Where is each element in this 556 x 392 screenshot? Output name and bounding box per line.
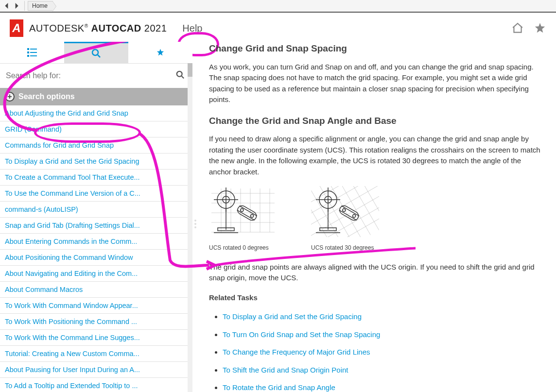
section-paragraph-3: The grid and snap points are always alig… bbox=[209, 262, 545, 284]
expand-icon: + bbox=[5, 92, 15, 102]
section-heading-1: Change Grid and Snap Spacing bbox=[209, 42, 545, 56]
svg-line-58 bbox=[339, 210, 357, 220]
tab-contents[interactable] bbox=[0, 42, 64, 63]
autodesk-logo: A bbox=[10, 19, 23, 37]
result-item[interactable]: To Display a Grid and Set the Grid Spaci… bbox=[0, 153, 192, 170]
sidebar: + Search options About Adjusting the Gri… bbox=[0, 42, 192, 392]
search-go-icon[interactable] bbox=[176, 70, 185, 82]
sidebar-scroll-thumb[interactable] bbox=[188, 63, 192, 77]
result-item[interactable]: About Positioning the Command Window bbox=[0, 250, 192, 266]
result-item[interactable]: GRID (Command) bbox=[0, 121, 192, 137]
svg-line-7 bbox=[98, 55, 100, 57]
section-paragraph-1: As you work, you can turn Grid and Snap … bbox=[209, 62, 545, 105]
star-icon[interactable] bbox=[534, 22, 546, 34]
search-options-label: Search options bbox=[18, 92, 75, 101]
svg-line-43 bbox=[311, 186, 379, 228]
help-tab[interactable]: Help bbox=[174, 20, 211, 37]
search-row bbox=[0, 64, 192, 88]
related-link[interactable]: To Change the Frequency of Major Grid Li… bbox=[223, 348, 370, 356]
related-tasks-list: To Display a Grid and Set the Grid Spaci… bbox=[223, 308, 545, 392]
figure-caption-2: UCS rotated 30 degrees bbox=[311, 243, 389, 252]
section-heading-2: Change the Grid and Snap Angle and Base bbox=[209, 114, 545, 128]
tab-search[interactable] bbox=[64, 42, 128, 63]
search-input[interactable] bbox=[5, 68, 176, 83]
ucs-figure-30deg: UCS rotated 30 degrees bbox=[311, 186, 389, 252]
section-paragraph-2: If you need to draw along a specific ali… bbox=[209, 134, 545, 177]
figure-caption-1: UCS rotated 0 degrees bbox=[209, 243, 287, 252]
svg-rect-2 bbox=[27, 51, 29, 53]
ucs-figures: UCS rotated 0 degrees bbox=[209, 186, 545, 252]
brand-registered: ® bbox=[85, 23, 88, 29]
breadcrumb-home[interactable]: Home bbox=[28, 1, 53, 11]
result-item[interactable]: To Add a Tooltip and Extended Tooltip to… bbox=[0, 378, 192, 392]
result-item[interactable]: Commands for Grid and Grid Snap bbox=[0, 137, 192, 153]
result-item[interactable]: About Navigating and Editing in the Com.… bbox=[0, 266, 192, 282]
brand-title: AUTODESK® AUTOCAD 2021 bbox=[29, 23, 167, 34]
nav-separator bbox=[24, 1, 25, 11]
related-task-item: To Turn On Grid Snap and Set the Snap Sp… bbox=[223, 326, 545, 344]
related-link[interactable]: To Rotate the Grid and Snap Angle bbox=[223, 383, 335, 392]
brand-year: 2021 bbox=[144, 23, 167, 34]
result-item[interactable]: Tutorial: Creating a New Custom Comma... bbox=[0, 346, 192, 362]
result-item[interactable]: About Adjusting the Grid and Grid Snap bbox=[0, 105, 192, 121]
result-item[interactable]: About Pausing for User Input During an A… bbox=[0, 362, 192, 378]
result-item[interactable]: Snap and Grid Tab (Drafting Settings Dia… bbox=[0, 218, 192, 234]
related-task-item: To Change the Frequency of Major Grid Li… bbox=[223, 343, 545, 361]
back-button[interactable] bbox=[2, 1, 12, 11]
breadcrumb-home-label: Home bbox=[32, 2, 48, 9]
related-link[interactable]: To Shift the Grid and Snap Origin Point bbox=[223, 366, 348, 374]
search-results: About Adjusting the Grid and Grid Snap G… bbox=[0, 105, 192, 392]
result-item[interactable]: To Create a Command Tool That Execute... bbox=[0, 170, 192, 186]
related-tasks-heading: Related Tasks bbox=[209, 292, 545, 304]
brand-product: AUTOCAD bbox=[91, 23, 141, 34]
result-item[interactable]: About Command Macros bbox=[0, 282, 192, 298]
result-item[interactable]: About Entering Commands in the Comm... bbox=[0, 234, 192, 250]
main-area: + Search options About Adjusting the Gri… bbox=[0, 42, 556, 392]
result-item[interactable]: command-s (AutoLISP) bbox=[0, 202, 192, 218]
svg-line-57 bbox=[342, 206, 359, 216]
pane-drag-handle[interactable] bbox=[192, 42, 198, 392]
svg-point-8 bbox=[177, 71, 182, 76]
header-right bbox=[511, 22, 546, 34]
related-task-item: To Display a Grid and Set the Grid Spaci… bbox=[223, 308, 545, 326]
search-options-bar[interactable]: + Search options bbox=[0, 88, 192, 105]
forward-button[interactable] bbox=[12, 1, 21, 11]
brand-prefix: AUTODESK bbox=[29, 23, 85, 34]
ucs-figure-0deg: UCS rotated 0 degrees bbox=[209, 186, 287, 252]
svg-rect-1 bbox=[30, 49, 37, 50]
help-content: Change Grid and Snap Spacing As you work… bbox=[198, 42, 556, 392]
svg-rect-4 bbox=[27, 55, 29, 57]
svg-rect-54 bbox=[338, 204, 360, 222]
result-item[interactable]: To Work With Positioning the Command ... bbox=[0, 314, 192, 330]
related-task-item: To Shift the Grid and Snap Origin Point bbox=[223, 361, 545, 379]
svg-point-55 bbox=[342, 208, 346, 212]
svg-line-39 bbox=[345, 186, 379, 230]
tab-favorites[interactable] bbox=[128, 42, 192, 63]
svg-rect-3 bbox=[30, 52, 37, 53]
svg-point-56 bbox=[352, 214, 356, 218]
svg-point-6 bbox=[92, 50, 98, 55]
svg-rect-0 bbox=[27, 48, 29, 50]
app-header: A AUTODESK® AUTOCAD 2021 Help bbox=[0, 13, 556, 42]
sidebar-tabs bbox=[0, 42, 192, 64]
result-item[interactable]: To Use the Command Line Version of a C..… bbox=[0, 186, 192, 202]
help-tab-label: Help bbox=[182, 23, 202, 34]
result-item[interactable]: To Work With the Command Line Sugges... bbox=[0, 330, 192, 346]
related-task-item: To Rotate the Grid and Snap Angle bbox=[223, 379, 545, 392]
svg-line-9 bbox=[182, 76, 184, 78]
home-icon[interactable] bbox=[511, 22, 524, 34]
browser-nav-bar: Home bbox=[0, 0, 556, 13]
result-item[interactable]: To Work With Command Window Appear... bbox=[0, 298, 192, 314]
related-link[interactable]: To Turn On Grid Snap and Set the Snap Sp… bbox=[223, 330, 380, 339]
sidebar-scrollbar[interactable] bbox=[188, 63, 192, 392]
related-link[interactable]: To Display a Grid and Set the Grid Spaci… bbox=[223, 312, 362, 321]
svg-rect-5 bbox=[30, 55, 37, 56]
